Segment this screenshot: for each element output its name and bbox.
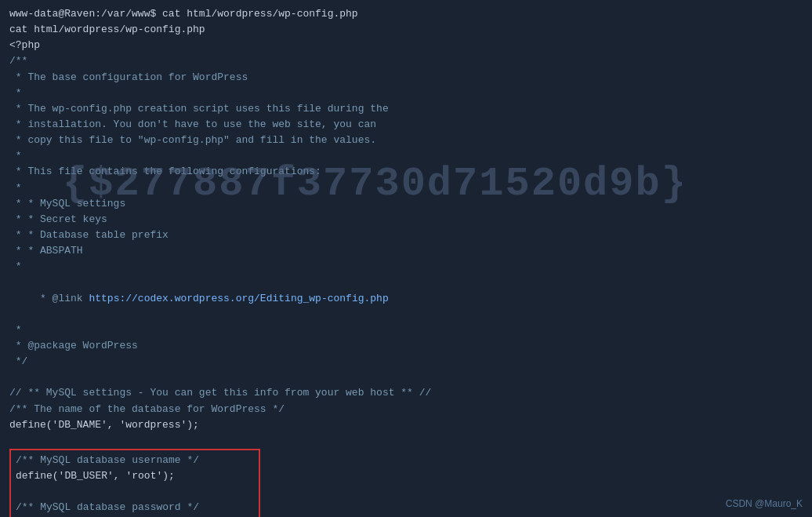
- terminal-line-6: *: [9, 86, 803, 101]
- terminal-line-30: /** MySQL database password */: [16, 500, 254, 515]
- terminal-line-4: /**: [9, 53, 803, 69]
- blank-line-26: [9, 433, 803, 449]
- terminal-line-8: * installation. You don't have to use th…: [9, 117, 803, 133]
- terminal-window: www-data@Raven:/var/www$ cat html/wordpr…: [0, 0, 812, 517]
- terminal-line-3: <?php: [9, 38, 803, 53]
- terminal-line-7: * The wp-config.php creation script uses…: [9, 101, 803, 117]
- terminal-line-9: * copy this file to "wp-config.php" and …: [9, 133, 803, 148]
- codex-link: https://codex.wordpress.org/Editing_wp-c…: [89, 293, 388, 304]
- terminal-line-12: *: [9, 180, 803, 196]
- blank-line-29: [16, 484, 254, 500]
- terminal-line-23: // ** MySQL settings - You can get this …: [9, 385, 803, 401]
- terminal-line-16: * * ABSPATH: [9, 243, 803, 259]
- terminal-line-20: * @package WordPress: [9, 338, 803, 354]
- terminal-line-19: *: [9, 322, 803, 338]
- csdn-attribution: CSDN @Mauro_K: [726, 498, 803, 509]
- terminal-line-2: cat html/wordpress/wp-config.php: [9, 22, 803, 38]
- link-text: * @link: [34, 293, 89, 304]
- terminal-line-10: *: [9, 148, 803, 164]
- terminal-line-14: * * Secret keys: [9, 212, 803, 228]
- terminal-line-17: *: [9, 259, 803, 275]
- terminal-line-1: www-data@Raven:/var/www$ cat html/wordpr…: [9, 6, 803, 22]
- terminal-line-15: * * Database table prefix: [9, 228, 803, 243]
- terminal-line-27: /** MySQL database username */: [16, 453, 254, 468]
- blank-line-22: [9, 370, 803, 385]
- terminal-line-18: * @link https://codex.wordpress.org/Edit…: [9, 275, 803, 322]
- terminal-line-24: /** The name of the database for WordPre…: [9, 402, 803, 417]
- highlight-block: /** MySQL database username */ define('D…: [9, 449, 260, 517]
- terminal-line-5: * The base configuration for WordPress: [9, 70, 803, 86]
- terminal-line-21: */: [9, 354, 803, 370]
- terminal-line-28: define('DB_USER', 'root');: [16, 468, 254, 484]
- terminal-line-11: * This file contains the following confi…: [9, 164, 803, 180]
- terminal-line-25: define('DB_NAME', 'wordpress');: [9, 417, 803, 433]
- terminal-line-13: * * MySQL settings: [9, 196, 803, 212]
